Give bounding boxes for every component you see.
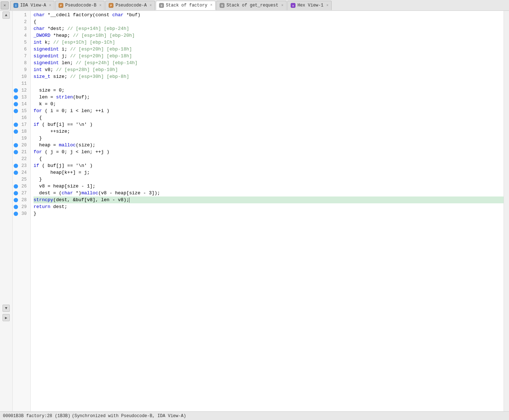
- code-line[interactable]: }: [34, 210, 504, 217]
- tab-pseudocode-a[interactable]: PPseudocode-A×: [105, 1, 155, 10]
- breakpoint-indicator[interactable]: [14, 157, 18, 161]
- breakpoint-indicator[interactable]: [14, 54, 18, 58]
- line-row: 12: [13, 87, 30, 94]
- code-line[interactable]: heap = malloc(size);: [34, 142, 504, 149]
- code-line[interactable]: int v8; // [esp+28h] [ebp-10h]: [34, 66, 504, 73]
- breakpoint-indicator[interactable]: [14, 116, 18, 120]
- code-line[interactable]: if ( buf[i] == '\n' ): [34, 121, 504, 128]
- line-number: 5: [18, 40, 28, 45]
- breakpoint-indicator[interactable]: [14, 40, 18, 45]
- tab-close-icon[interactable]: ×: [210, 3, 212, 7]
- breakpoint-indicator[interactable]: [14, 68, 18, 72]
- code-line[interactable]: len = strlen(buf);: [34, 94, 504, 101]
- stack-icon: S: [159, 3, 164, 8]
- code-line[interactable]: char *dest; // [esp+14h] [ebp-24h]: [34, 25, 504, 32]
- tab-close-icon[interactable]: ×: [150, 4, 152, 8]
- line-row: 26: [13, 183, 30, 190]
- code-line[interactable]: ++size;: [34, 128, 504, 135]
- line-number: 19: [18, 136, 28, 141]
- code-line[interactable]: heap[k++] = j;: [34, 169, 504, 176]
- line-number: 15: [18, 109, 28, 114]
- breakpoint-indicator[interactable]: [14, 27, 18, 31]
- line-number: 2: [18, 19, 28, 25]
- tab-ida-view-a[interactable]: IIDA View-A×: [10, 1, 54, 10]
- line-number: 9: [18, 67, 28, 72]
- code-line[interactable]: return dest;: [34, 203, 504, 210]
- breakpoint-indicator[interactable]: [14, 88, 18, 93]
- code-line[interactable]: }: [34, 135, 504, 142]
- breakpoint-indicator[interactable]: [14, 205, 18, 209]
- text-cursor: [129, 198, 129, 203]
- tab-close-icon[interactable]: ×: [281, 4, 283, 8]
- tab-close-icon[interactable]: ×: [326, 4, 328, 8]
- breakpoint-indicator[interactable]: [14, 34, 18, 38]
- svg-text:H: H: [292, 5, 294, 7]
- tab-close-icon[interactable]: ×: [99, 4, 101, 8]
- breakpoint-indicator[interactable]: [14, 171, 18, 175]
- breakpoint-indicator[interactable]: [14, 47, 18, 52]
- line-number: 14: [18, 102, 28, 107]
- scrollbar[interactable]: [504, 11, 509, 411]
- breakpoint-indicator[interactable]: [14, 13, 18, 17]
- code-line[interactable]: for ( j = 0; j < len; ++j ): [34, 149, 504, 155]
- code-line[interactable]: {: [34, 18, 504, 25]
- code-line[interactable]: size = 0;: [34, 87, 504, 94]
- code-line[interactable]: char *__cdecl factory(const char *buf): [34, 12, 504, 18]
- breakpoint-indicator[interactable]: [14, 143, 18, 147]
- code-line[interactable]: dest = (char *)malloc(v8 - heap[size - 3…: [34, 190, 504, 196]
- code-line[interactable]: }: [34, 176, 504, 183]
- breakpoint-indicator[interactable]: [14, 191, 18, 195]
- line-row: 9: [13, 66, 30, 73]
- code-line[interactable]: [34, 80, 504, 87]
- breakpoint-indicator[interactable]: [14, 177, 18, 182]
- line-row: 13: [13, 94, 30, 101]
- line-row: 10: [13, 73, 30, 80]
- collapse-down-arrow[interactable]: ▼: [3, 305, 10, 312]
- breakpoint-indicator[interactable]: [14, 95, 18, 100]
- code-line[interactable]: signed int i; // [esp+20h] [ebp-18h]: [34, 46, 504, 53]
- status-separator: [24, 414, 26, 419]
- collapse-up-arrow[interactable]: ▲: [3, 12, 10, 19]
- code-line[interactable]: if ( buf[j] == '\n' ): [34, 162, 504, 169]
- code-line[interactable]: signed int len; // [esp+24h] [ebp-14h]: [34, 59, 504, 66]
- breakpoint-indicator[interactable]: [14, 109, 18, 113]
- breakpoint-indicator[interactable]: [14, 164, 18, 168]
- code-line[interactable]: int k; // [esp+1Ch] [ebp-1Ch]: [34, 39, 504, 46]
- breakpoint-indicator[interactable]: [14, 81, 18, 86]
- tab-pseudocode-b[interactable]: PPseudocode-B×: [55, 1, 105, 10]
- expand-right-arrow[interactable]: ▶: [3, 314, 10, 321]
- line-number: 12: [18, 88, 28, 93]
- tab-stack-factory[interactable]: SStack of factory×: [156, 1, 216, 10]
- code-line[interactable]: strncpy(dest, &buf[v8], len - v8);: [34, 196, 504, 203]
- breakpoint-indicator[interactable]: [14, 136, 18, 141]
- breakpoint-indicator[interactable]: [14, 150, 18, 154]
- tab-stack-get-request[interactable]: SStack of get_request×: [216, 1, 287, 10]
- code-line[interactable]: {: [34, 155, 504, 162]
- breakpoint-indicator[interactable]: [14, 184, 18, 189]
- tab-hex-view-1[interactable]: HHex View-1×: [287, 1, 332, 10]
- breakpoint-indicator[interactable]: [14, 61, 18, 65]
- line-row: 23: [13, 162, 30, 169]
- breakpoint-indicator[interactable]: [14, 129, 18, 134]
- breakpoint-indicator[interactable]: [14, 123, 18, 127]
- line-number: 11: [18, 81, 28, 86]
- line-number: 28: [18, 198, 28, 203]
- code-line[interactable]: signed int j; // [esp+20h] [ebp-18h]: [34, 53, 504, 59]
- line-number: 4: [18, 33, 28, 38]
- breakpoint-indicator[interactable]: [14, 212, 18, 216]
- tab-close-icon[interactable]: ×: [49, 4, 51, 8]
- code-line[interactable]: v8 = heap[size - 1];: [34, 183, 504, 190]
- code-line[interactable]: {: [34, 114, 504, 121]
- close-all-button[interactable]: ✕: [1, 1, 9, 9]
- code-line[interactable]: _DWORD *heap; // [esp+18h] [ebp-20h]: [34, 32, 504, 39]
- code-content[interactable]: char *__cdecl factory(const char *buf){ …: [31, 11, 504, 411]
- line-number: 3: [18, 26, 28, 31]
- breakpoint-indicator[interactable]: [14, 20, 18, 24]
- code-line[interactable]: size_t size; // [esp+30h] [ebp-8h]: [34, 73, 504, 80]
- breakpoint-indicator[interactable]: [14, 75, 18, 79]
- code-line[interactable]: k = 0;: [34, 101, 504, 107]
- line-number: 10: [18, 74, 28, 79]
- breakpoint-indicator[interactable]: [14, 198, 18, 202]
- code-line[interactable]: for ( i = 0; i < len; ++i ): [34, 107, 504, 114]
- breakpoint-indicator[interactable]: [14, 102, 18, 106]
